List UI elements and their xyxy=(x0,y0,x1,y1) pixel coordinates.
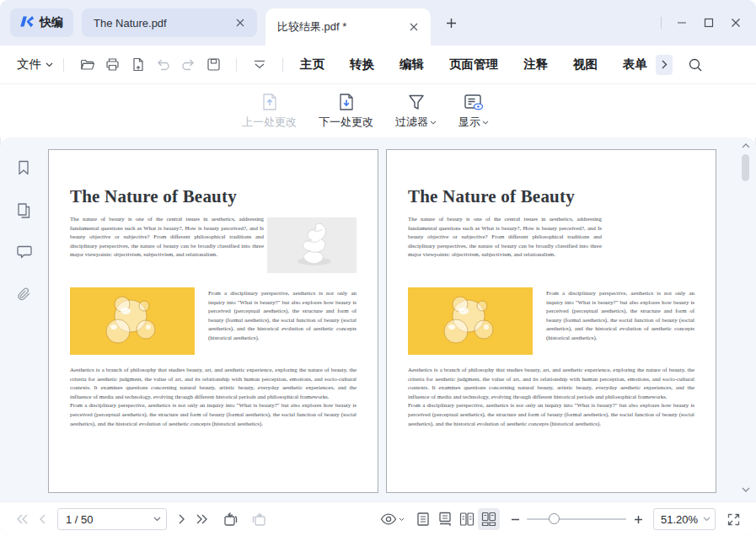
redo-icon xyxy=(180,56,196,72)
bookmark-icon xyxy=(16,159,31,176)
bookmarks-panel-button[interactable] xyxy=(12,156,35,180)
view-tools: 51.20% xyxy=(377,508,744,530)
file-menu-button[interactable]: 文件 xyxy=(17,56,53,72)
zoom-out-button[interactable] xyxy=(507,511,523,528)
next-change-button[interactable]: 下一处更改 xyxy=(319,92,373,130)
file-menu-label: 文件 xyxy=(17,56,41,72)
zoom-slider-knob[interactable] xyxy=(549,513,560,524)
divider xyxy=(236,58,237,72)
previous-page-button[interactable] xyxy=(32,509,52,529)
close-icon[interactable] xyxy=(405,19,422,35)
close-icon[interactable] xyxy=(232,14,249,31)
last-page-button[interactable] xyxy=(192,509,212,529)
chevron-down-icon[interactable] xyxy=(153,517,161,522)
maximize-button[interactable] xyxy=(697,11,721,35)
first-page-button[interactable] xyxy=(12,509,32,529)
tab-compare-result-pdf[interactable]: 比较结果.pdf * xyxy=(265,8,431,46)
search-button[interactable] xyxy=(683,52,708,78)
previous-change-label: 上一处更改 xyxy=(242,115,297,130)
previous-change-button[interactable]: 上一处更改 xyxy=(242,92,297,130)
open-file-button[interactable] xyxy=(74,52,99,78)
document-title: The Nature of Beauty xyxy=(70,186,357,207)
app-logo[interactable]: 快编 xyxy=(10,8,73,37)
undo-button[interactable] xyxy=(150,52,175,78)
single-page-view-button[interactable] xyxy=(412,508,434,530)
document-paragraph: The nature of beauty is one of the centr… xyxy=(70,215,264,273)
swirl-figure xyxy=(267,217,357,273)
prev-change-icon xyxy=(260,92,280,112)
next-change-label: 下一处更改 xyxy=(319,115,373,130)
filter-button[interactable]: 过滤器 xyxy=(395,92,437,130)
prev-page-icon xyxy=(39,514,46,524)
search-icon xyxy=(688,57,703,72)
pages-icon xyxy=(16,201,32,218)
page-number-input[interactable]: 1 / 50 xyxy=(57,508,167,530)
new-page-button[interactable] xyxy=(125,52,150,78)
single-page-icon xyxy=(416,512,430,527)
pages-row: The Nature of Beauty The nature of beaut… xyxy=(48,149,716,493)
zoom-level-select[interactable]: 51.20% xyxy=(653,508,716,530)
tab-page-management[interactable]: 页面管理 xyxy=(449,56,498,72)
facing-icon xyxy=(459,512,475,527)
attachments-panel-button[interactable] xyxy=(12,282,35,306)
tab-home[interactable]: 主页 xyxy=(300,56,324,72)
eye-icon xyxy=(380,513,397,525)
first-page-icon xyxy=(16,514,28,524)
scroll-down-icon[interactable] xyxy=(741,485,751,495)
view-history-controls xyxy=(221,509,268,529)
collapse-toolbar-button[interactable] xyxy=(247,52,272,78)
read-mode-button[interactable] xyxy=(377,508,407,530)
tab-form[interactable]: 表单 xyxy=(623,56,647,72)
pdf-page-left[interactable]: The Nature of Beauty The nature of beaut… xyxy=(48,149,378,493)
document-title: The Nature of Beauty xyxy=(408,186,694,207)
divider xyxy=(661,17,662,29)
pages-panel-button[interactable] xyxy=(12,198,35,222)
zoom-slider-track[interactable] xyxy=(527,518,626,520)
zoom-in-button[interactable] xyxy=(630,511,646,528)
save-button[interactable] xyxy=(201,52,226,78)
fullscreen-button[interactable] xyxy=(722,508,744,530)
compare-toolbar: 上一处更改 下一处更改 过滤器 显示 xyxy=(0,84,756,137)
save-icon xyxy=(206,56,222,72)
vertical-scrollbar[interactable] xyxy=(739,137,753,501)
tab-convert[interactable]: 转换 xyxy=(350,56,374,72)
chevron-down-icon[interactable] xyxy=(703,517,710,522)
window-close-button[interactable] xyxy=(724,11,748,35)
more-tabs-button[interactable] xyxy=(656,55,673,75)
zoom-slider[interactable] xyxy=(527,511,626,528)
ribbon-tabs: 主页 转换 编辑 页面管理 注释 视图 表单 xyxy=(300,56,647,72)
chevron-down-icon xyxy=(46,62,53,67)
facing-continuous-icon xyxy=(481,512,496,527)
comment-icon xyxy=(16,244,32,260)
document-paragraph: From a disciplinary perspective, aesthet… xyxy=(408,401,694,428)
chevron-down-icon xyxy=(430,121,437,125)
facing-view-button[interactable] xyxy=(456,508,478,530)
previous-view-button[interactable] xyxy=(221,509,241,529)
next-view-button[interactable] xyxy=(248,509,268,529)
next-page-button[interactable] xyxy=(172,509,192,529)
undo-icon xyxy=(155,56,171,72)
redo-button[interactable] xyxy=(175,52,201,78)
new-tab-button[interactable] xyxy=(439,11,463,35)
tab-the-nature-pdf[interactable]: The Nature.pdf xyxy=(82,8,257,37)
pdf-page-right[interactable]: The Nature of Beauty The nature of beaut… xyxy=(386,149,716,493)
tab-annotate[interactable]: 注释 xyxy=(523,56,548,72)
page-indicator: 1 / 50 xyxy=(66,513,153,526)
document-paragraph: From a disciplinary perspective, aesthet… xyxy=(208,289,357,355)
scrollbar-thumb[interactable] xyxy=(742,154,749,181)
continuous-icon xyxy=(438,512,452,527)
comments-panel-button[interactable] xyxy=(12,240,35,264)
continuous-view-button[interactable] xyxy=(434,508,456,530)
facing-continuous-view-button[interactable] xyxy=(478,508,500,530)
app-window: 快编 The Nature.pdf 比较结果.pdf * xyxy=(0,0,756,536)
zoom-level-value: 51.20% xyxy=(661,513,703,526)
menu-bar: 文件 主页 转换 编辑 页面管理 xyxy=(0,46,756,84)
print-button[interactable] xyxy=(99,52,125,78)
tab-bar: 快编 The Nature.pdf 比较结果.pdf * xyxy=(0,0,756,46)
show-button[interactable]: 显示 xyxy=(458,92,489,130)
tab-view[interactable]: 视图 xyxy=(573,56,598,72)
minimize-button[interactable] xyxy=(670,11,694,35)
expand-icon xyxy=(727,513,740,526)
tab-edit[interactable]: 编辑 xyxy=(399,56,424,72)
scroll-up-icon[interactable] xyxy=(741,141,751,151)
